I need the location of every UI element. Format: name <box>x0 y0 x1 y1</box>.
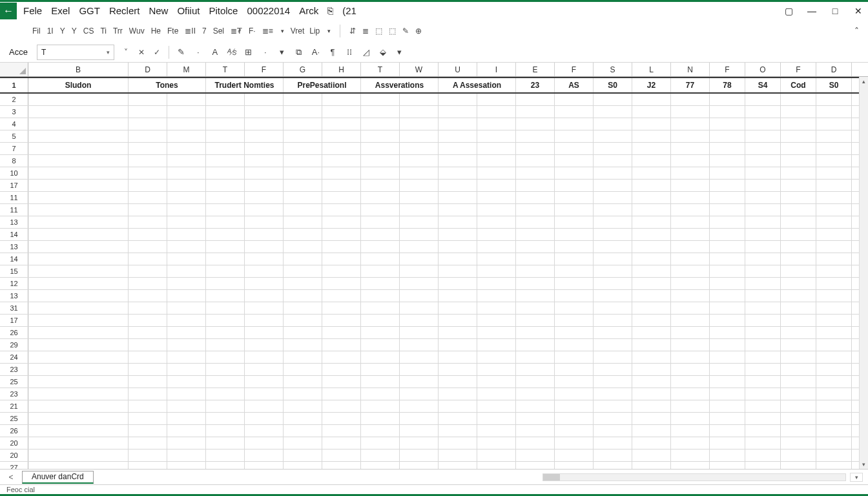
cell[interactable] <box>745 462 781 469</box>
cell[interactable] <box>745 327 781 338</box>
cell[interactable] <box>594 437 632 449</box>
toolbar-button[interactable]: He <box>151 26 161 36</box>
cell[interactable] <box>632 400 671 412</box>
cell[interactable] <box>284 204 322 216</box>
cell[interactable] <box>245 192 284 203</box>
cell[interactable] <box>129 364 167 375</box>
cell[interactable] <box>710 253 745 265</box>
cell[interactable] <box>129 265 167 277</box>
menu-item[interactable]: New <box>149 5 168 16</box>
cell[interactable] <box>322 229 361 240</box>
cell[interactable] <box>28 94 129 105</box>
header-cell[interactable]: Trudert Nomties <box>206 78 284 92</box>
toolbar-button[interactable]: 7 <box>202 26 207 36</box>
cell[interactable] <box>671 339 710 351</box>
cell[interactable] <box>28 339 129 351</box>
cell[interactable] <box>361 327 400 338</box>
cell[interactable] <box>439 118 477 130</box>
select-all-corner[interactable] <box>0 63 28 76</box>
cell[interactable] <box>400 315 439 326</box>
cell[interactable] <box>284 351 322 363</box>
cell[interactable] <box>671 265 710 277</box>
cell[interactable] <box>516 364 555 375</box>
cell[interactable] <box>206 155 245 167</box>
cell[interactable] <box>245 376 284 388</box>
cell[interactable] <box>167 143 206 154</box>
cell[interactable] <box>206 229 245 240</box>
cell[interactable] <box>129 302 167 314</box>
row-header[interactable]: 13 <box>0 290 28 302</box>
cell[interactable] <box>284 229 322 240</box>
cell[interactable] <box>284 180 322 191</box>
cell[interactable] <box>439 216 477 228</box>
cell[interactable] <box>781 253 816 265</box>
cell[interactable] <box>781 229 816 240</box>
cell[interactable] <box>555 167 594 179</box>
cell[interactable] <box>322 327 361 338</box>
header-cell[interactable]: AS <box>555 78 594 92</box>
format-button[interactable]: ▾ <box>394 46 406 58</box>
cell[interactable] <box>477 94 516 105</box>
cell[interactable] <box>555 450 594 461</box>
cell[interactable] <box>129 167 167 179</box>
cell[interactable] <box>594 167 632 179</box>
cell[interactable] <box>28 143 129 154</box>
cell[interactable] <box>284 315 322 326</box>
cell[interactable] <box>206 437 245 449</box>
cell[interactable] <box>167 106 206 118</box>
cell[interactable] <box>245 413 284 424</box>
toolbar-button[interactable]: Fte <box>167 26 178 36</box>
cell[interactable] <box>284 413 322 424</box>
cell[interactable] <box>816 278 852 289</box>
cell[interactable] <box>129 94 167 105</box>
row-header[interactable]: 10 <box>0 167 28 179</box>
cell[interactable] <box>816 216 852 228</box>
cell[interactable] <box>167 364 206 375</box>
cell[interactable] <box>632 265 671 277</box>
cell[interactable] <box>632 327 671 338</box>
cell[interactable] <box>555 118 594 130</box>
cell[interactable] <box>671 241 710 253</box>
cell[interactable] <box>245 143 284 154</box>
cell[interactable] <box>361 180 400 191</box>
cell[interactable] <box>284 278 322 289</box>
toolbar-button[interactable]: ≣≡ <box>262 26 273 36</box>
cell[interactable] <box>710 229 745 240</box>
cell[interactable] <box>284 253 322 265</box>
cell[interactable] <box>284 155 322 167</box>
cell[interactable] <box>206 425 245 437</box>
cell[interactable] <box>245 204 284 216</box>
cell[interactable] <box>245 290 284 302</box>
cell[interactable] <box>745 167 781 179</box>
cell[interactable] <box>632 450 671 461</box>
header-cell[interactable]: S4 <box>745 78 781 92</box>
cell[interactable] <box>745 130 781 142</box>
cell[interactable] <box>781 155 816 167</box>
cell[interactable] <box>671 216 710 228</box>
format-button[interactable]: A· <box>310 46 322 58</box>
formula-button[interactable]: ✓ <box>152 48 162 57</box>
cell[interactable] <box>28 425 129 437</box>
row-header[interactable]: 14 <box>0 229 28 240</box>
cell[interactable] <box>245 118 284 130</box>
cell[interactable] <box>594 302 632 314</box>
cell[interactable] <box>632 413 671 424</box>
cell[interactable] <box>816 351 852 363</box>
cell[interactable] <box>361 229 400 240</box>
toolbar-button[interactable]: Wuv <box>129 26 145 36</box>
column-header[interactable]: F <box>781 63 816 76</box>
row-header[interactable]: 17 <box>0 315 28 326</box>
format-button[interactable]: · <box>260 46 271 58</box>
toolbar-button[interactable]: Y <box>60 26 65 36</box>
cell[interactable] <box>671 425 710 437</box>
cell[interactable] <box>439 278 477 289</box>
cell[interactable] <box>28 192 129 203</box>
cell[interactable] <box>594 265 632 277</box>
cell[interactable] <box>284 425 322 437</box>
cell[interactable] <box>400 327 439 338</box>
cell[interactable] <box>710 192 745 203</box>
cell[interactable] <box>516 413 555 424</box>
cell[interactable] <box>206 339 245 351</box>
cell[interactable] <box>710 216 745 228</box>
cell[interactable] <box>284 192 322 203</box>
